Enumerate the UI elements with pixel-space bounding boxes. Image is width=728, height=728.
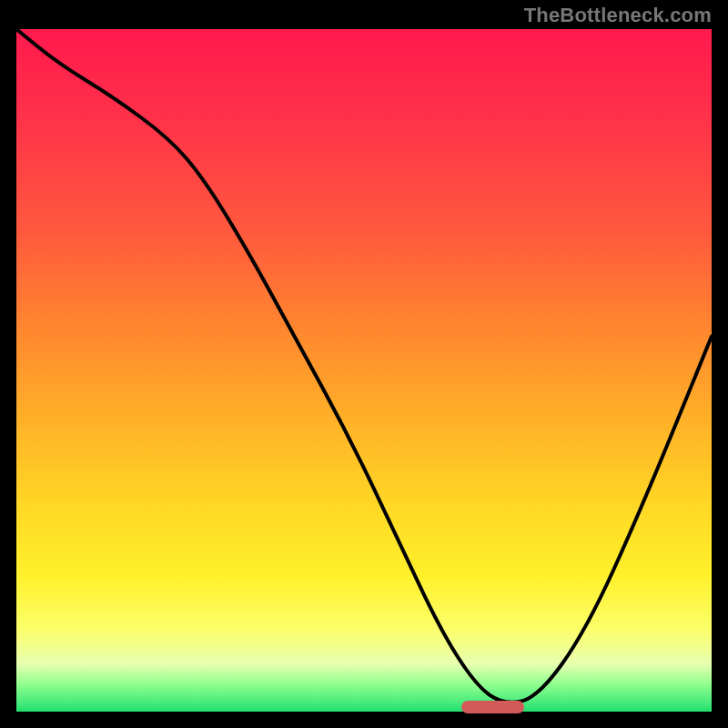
- chart-frame: TheBottleneck.com: [0, 0, 728, 728]
- plot-area: [16, 29, 712, 712]
- bottleneck-curve: [16, 29, 712, 712]
- optimal-marker: [461, 701, 524, 713]
- watermark-text: TheBottleneck.com: [524, 4, 712, 27]
